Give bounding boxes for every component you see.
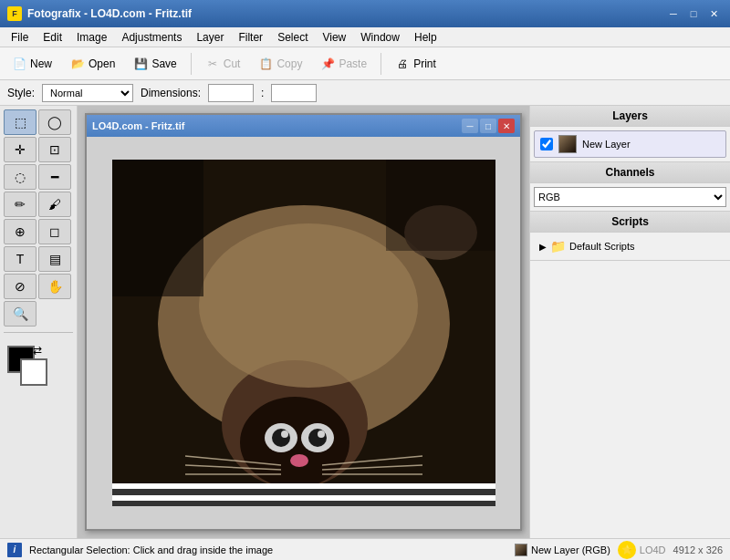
script-name: Default Scripts bbox=[569, 241, 635, 252]
tool-row-1: ⬚ ◯ bbox=[4, 109, 73, 135]
image-minimize-button[interactable]: ─ bbox=[462, 119, 478, 133]
status-dimensions: 4912 x 326 bbox=[673, 544, 723, 555]
expand-scripts-button[interactable]: ▶ bbox=[539, 242, 547, 252]
tools-panel: ⬚ ◯ ✛ ⊡ ◌ ━ ✏ 🖌 ⊕ ◻ T ▤ ⊘ ✋ 🔍 bbox=[0, 106, 78, 538]
text-tool[interactable]: T bbox=[4, 246, 36, 272]
crop-tool[interactable]: ⊡ bbox=[38, 137, 71, 162]
hand-tool[interactable]: ✋ bbox=[38, 274, 71, 299]
color-area: ⇄ bbox=[4, 342, 73, 397]
canvas-area: LO4D.com - Fritz.tif ─ □ ✕ bbox=[78, 106, 529, 538]
window-controls: ─ □ ✕ bbox=[664, 5, 723, 22]
move-tool[interactable]: ✛ bbox=[4, 137, 36, 162]
scripts-content: ▶ 📁 Default Scripts bbox=[530, 233, 730, 260]
layer-visibility-checkbox[interactable] bbox=[540, 138, 553, 150]
ruler-tool[interactable]: ━ bbox=[38, 164, 71, 190]
tool-row-3: ◌ ━ bbox=[4, 164, 73, 190]
channel-select[interactable]: RGB Red Green Blue bbox=[534, 187, 726, 207]
image-window-controls: ─ □ ✕ bbox=[462, 119, 515, 133]
menu-layer[interactable]: Layer bbox=[189, 29, 231, 46]
menu-view[interactable]: View bbox=[315, 29, 353, 46]
image-close-button[interactable]: ✕ bbox=[498, 119, 515, 133]
status-layer-name: New Layer (RGB) bbox=[531, 544, 610, 555]
toolbar-separator-2 bbox=[381, 53, 381, 75]
menu-help[interactable]: Help bbox=[407, 29, 444, 46]
scripts-header: Scripts bbox=[530, 212, 730, 233]
dimension-width-input[interactable] bbox=[208, 84, 254, 102]
minimize-button[interactable]: ─ bbox=[664, 5, 683, 22]
watermark-text: LO4D bbox=[640, 544, 666, 555]
ellipse-select-tool[interactable]: ◯ bbox=[38, 109, 71, 135]
brush-tool[interactable]: 🖌 bbox=[38, 192, 71, 217]
menu-select[interactable]: Select bbox=[270, 29, 315, 46]
menu-edit[interactable]: Edit bbox=[36, 29, 69, 46]
tool-row-2: ✛ ⊡ bbox=[4, 137, 73, 162]
toolbar: 📄 New 📂 Open 💾 Save ✂ Cut 📋 Copy 📌 Paste… bbox=[0, 47, 730, 80]
svg-point-18 bbox=[199, 223, 418, 388]
new-icon: 📄 bbox=[12, 57, 26, 71]
menu-adjustments[interactable]: Adjustments bbox=[114, 29, 189, 46]
close-button[interactable]: ✕ bbox=[704, 5, 723, 22]
eyedropper-tool[interactable]: ⊘ bbox=[4, 274, 36, 299]
zoom-tool[interactable]: 🔍 bbox=[4, 301, 36, 327]
menu-image[interactable]: Image bbox=[69, 29, 114, 46]
style-bar: Style: Normal Dissolve Multiply Screen D… bbox=[0, 80, 730, 106]
menu-filter[interactable]: Filter bbox=[231, 29, 270, 46]
lasso-tool[interactable]: ◌ bbox=[4, 164, 36, 190]
image-window-content bbox=[87, 137, 520, 529]
layers-content: New Layer bbox=[530, 127, 730, 161]
title-bar: F Fotografix - LO4D.com - Fritz.tif ─ □ … bbox=[0, 0, 730, 27]
dimensions-label: Dimensions: bbox=[141, 87, 201, 99]
image-window-title: LO4D.com - Fritz.tif bbox=[92, 120, 184, 131]
layer-name: New Layer bbox=[582, 139, 631, 150]
style-label: Style: bbox=[7, 87, 35, 99]
script-item-default[interactable]: ▶ 📁 Default Scripts bbox=[534, 236, 726, 256]
channels-content: RGB Red Green Blue bbox=[530, 183, 730, 211]
channels-header: Channels bbox=[530, 162, 730, 183]
toolbar-separator-1 bbox=[191, 53, 192, 75]
image-maximize-button[interactable]: □ bbox=[480, 119, 496, 133]
rect-select-tool[interactable]: ⬚ bbox=[4, 109, 36, 135]
channels-section: Channels RGB Red Green Blue bbox=[530, 162, 730, 212]
svg-point-7 bbox=[272, 429, 290, 447]
paste-button[interactable]: 📌 Paste bbox=[312, 53, 375, 75]
stamp-tool[interactable]: ⊕ bbox=[4, 219, 36, 244]
image-window-titlebar: LO4D.com - Fritz.tif ─ □ ✕ bbox=[87, 115, 520, 137]
copy-button[interactable]: 📋 Copy bbox=[250, 53, 310, 75]
print-icon: 🖨 bbox=[395, 57, 410, 71]
cat-image[interactable] bbox=[112, 160, 495, 506]
cut-icon: ✂ bbox=[205, 57, 220, 71]
tool-row-8: 🔍 bbox=[4, 301, 73, 327]
open-button[interactable]: 📂 Open bbox=[62, 53, 123, 75]
maximize-button[interactable]: □ bbox=[684, 5, 703, 22]
menu-file[interactable]: File bbox=[4, 29, 36, 46]
watermark: ⭐ LO4D bbox=[618, 541, 666, 559]
svg-point-11 bbox=[290, 454, 308, 467]
gradient-tool[interactable]: ▤ bbox=[38, 246, 71, 272]
cut-button[interactable]: ✂ Cut bbox=[197, 53, 249, 75]
style-select[interactable]: Normal Dissolve Multiply Screen bbox=[42, 84, 133, 102]
svg-point-9 bbox=[281, 430, 288, 438]
dimension-height-input[interactable] bbox=[271, 84, 317, 102]
title-left: F Fotografix - LO4D.com - Fritz.tif bbox=[7, 6, 192, 21]
new-button[interactable]: 📄 New bbox=[4, 53, 60, 75]
save-button[interactable]: 💾 Save bbox=[125, 53, 184, 75]
eraser-tool[interactable]: ◻ bbox=[38, 219, 71, 244]
layers-header: Layers bbox=[530, 106, 730, 127]
background-color[interactable] bbox=[20, 358, 47, 386]
layer-item[interactable]: New Layer bbox=[534, 130, 726, 158]
right-panel: Layers New Layer Channels RGB Red Green … bbox=[529, 106, 730, 538]
layer-thumbnail bbox=[558, 135, 577, 153]
paste-icon: 📌 bbox=[320, 57, 335, 71]
swap-colors-button[interactable]: ⇄ bbox=[33, 344, 42, 357]
svg-rect-21 bbox=[112, 495, 495, 501]
copy-icon: 📋 bbox=[258, 57, 273, 71]
tool-separator bbox=[4, 332, 73, 333]
status-layer-thumbnail bbox=[515, 544, 527, 556]
svg-rect-24 bbox=[386, 160, 495, 251]
tool-row-6: T ▤ bbox=[4, 246, 73, 272]
scripts-section: Scripts ▶ 📁 Default Scripts bbox=[530, 212, 730, 261]
pencil-tool[interactable]: ✏ bbox=[4, 192, 36, 217]
print-button[interactable]: 🖨 Print bbox=[387, 53, 444, 75]
menu-window[interactable]: Window bbox=[353, 29, 407, 46]
status-text: Rectangular Selection: Click and drag in… bbox=[29, 544, 507, 555]
